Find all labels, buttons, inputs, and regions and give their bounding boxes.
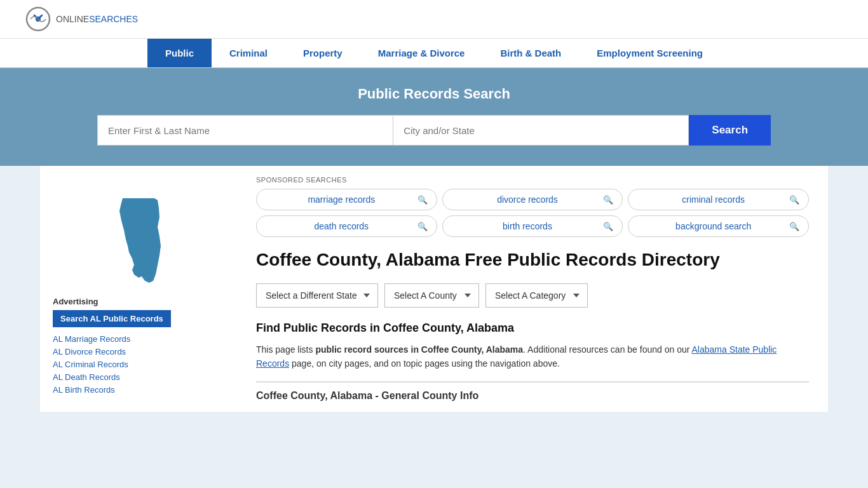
nav-public[interactable]: Public [147, 39, 212, 67]
pill-birth-text: birth records [452, 221, 604, 231]
logo-text: ONLINESEARCHES [56, 14, 138, 24]
search-icon: 🔍 [603, 222, 613, 231]
logo: ONLINESEARCHES [25, 6, 138, 32]
nav-birth-death[interactable]: Birth & Death [482, 39, 579, 67]
sidebar-link-criminal[interactable]: AL Criminal Records [53, 360, 128, 369]
search-bar: Search [97, 115, 771, 146]
list-item: AL Divorce Records [53, 346, 224, 356]
main-nav: Public Criminal Property Marriage & Divo… [0, 39, 868, 68]
sidebar-link-divorce[interactable]: AL Divorce Records [53, 347, 126, 356]
pill-marriage[interactable]: marriage records 🔍 [256, 189, 437, 210]
nav-employment[interactable]: Employment Screening [579, 39, 721, 67]
state-map [53, 195, 224, 284]
nav-marriage-divorce[interactable]: Marriage & Divorce [360, 39, 483, 67]
pill-death[interactable]: death records 🔍 [256, 215, 437, 237]
pill-criminal-text: criminal records [637, 194, 789, 205]
location-input[interactable] [393, 115, 689, 146]
description: This page lists public record sources in… [256, 342, 809, 371]
county-dropdown[interactable]: Select A County [384, 283, 479, 308]
content-area: SPONSORED SEARCHES marriage records 🔍 di… [237, 166, 828, 412]
nav-criminal[interactable]: Criminal [212, 39, 285, 67]
nav-property[interactable]: Property [285, 39, 360, 67]
search-pills: marriage records 🔍 divorce records 🔍 cri… [256, 189, 809, 237]
page-title-section: Coffee County, Alabama Free Public Recor… [256, 248, 809, 271]
search-button[interactable]: Search [689, 115, 771, 146]
logo-online: ONLINE [56, 14, 89, 24]
pill-divorce-text: divorce records [452, 194, 604, 205]
list-item: AL Marriage Records [53, 334, 224, 344]
pill-criminal[interactable]: criminal records 🔍 [628, 189, 809, 210]
description-text3: page, on city pages, and on topic pages … [289, 358, 560, 369]
sidebar-link-marriage[interactable]: AL Marriage Records [53, 334, 130, 344]
list-item: AL Birth Records [53, 384, 224, 395]
list-item: AL Criminal Records [53, 359, 224, 369]
sidebar: Advertising Search AL Public Records AL … [40, 166, 237, 412]
description-bold: public record sources in Coffee County, … [315, 344, 523, 355]
state-dropdown[interactable]: Select a Different State [256, 283, 378, 308]
list-item: AL Death Records [53, 372, 224, 382]
sidebar-links: AL Marriage Records AL Divorce Records A… [53, 334, 224, 395]
alabama-map [104, 195, 173, 284]
pill-marriage-text: marriage records [266, 194, 417, 205]
pill-background-text: background search [637, 221, 789, 231]
pill-background[interactable]: background search 🔍 [628, 215, 809, 237]
pill-divorce[interactable]: divorce records 🔍 [442, 189, 623, 210]
search-icon: 🔍 [417, 195, 428, 205]
header: ONLINESEARCHES [0, 0, 868, 39]
sponsored-label: SPONSORED SEARCHES [256, 176, 809, 184]
category-dropdown[interactable]: Select A Category [485, 283, 588, 308]
page-title: Coffee County, Alabama Free Public Recor… [256, 248, 720, 271]
name-input[interactable] [97, 115, 393, 146]
advertising-label: Advertising [53, 297, 224, 306]
pill-birth[interactable]: birth records 🔍 [442, 215, 623, 237]
find-title: Find Public Records in Coffee County, Al… [256, 322, 809, 335]
description-text2: . Additional resources can be found on o… [523, 344, 691, 355]
search-icon: 🔍 [789, 222, 799, 231]
ad-button[interactable]: Search AL Public Records [53, 310, 171, 327]
search-icon: 🔍 [789, 195, 799, 205]
dropdowns-row: Select a Different State Select A County… [256, 283, 809, 308]
hero-section: Public Records Search Search [0, 68, 868, 166]
county-info-header: Coffee County, Alabama - General County … [256, 381, 809, 402]
logo-searches: SEARCHES [89, 14, 138, 24]
hero-title: Public Records Search [25, 86, 843, 102]
sidebar-link-birth[interactable]: AL Birth Records [53, 385, 115, 395]
logo-icon [25, 6, 51, 32]
main-content: Advertising Search AL Public Records AL … [40, 166, 828, 412]
sidebar-link-death[interactable]: AL Death Records [53, 372, 120, 382]
pill-death-text: death records [266, 221, 417, 231]
search-icon: 🔍 [417, 222, 428, 231]
search-icon: 🔍 [603, 195, 613, 205]
description-text1: This page lists [256, 344, 315, 355]
